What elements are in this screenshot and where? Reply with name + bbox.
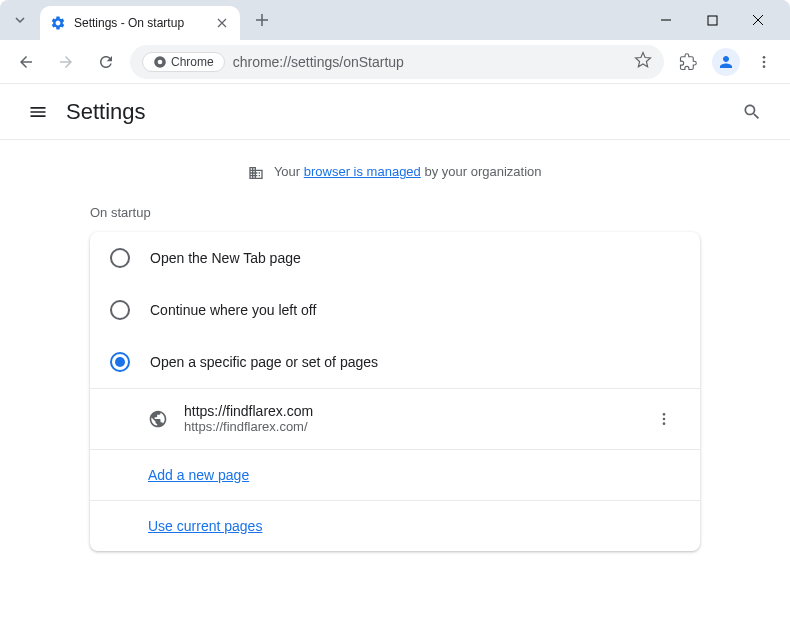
settings-content: Your browser is managed by your organiza… [0,140,790,567]
puzzle-icon [679,53,697,71]
forward-button[interactable] [50,46,82,78]
svg-point-7 [663,417,666,420]
startup-page-row: https://findflarex.com https://findflare… [90,388,700,449]
option-specific-pages[interactable]: Open a specific page or set of pages [90,336,700,388]
page-info: https://findflarex.com https://findflare… [184,403,632,434]
page-name: https://findflarex.com [184,403,632,419]
new-tab-button[interactable] [248,6,276,34]
svg-point-2 [158,59,163,64]
tab-search-button[interactable] [8,8,32,32]
person-icon [717,53,735,71]
svg-point-8 [663,422,666,425]
arrow-left-icon [17,53,35,71]
chip-label: Chrome [171,55,214,69]
settings-menu-button[interactable] [20,94,56,130]
tab-close-button[interactable] [214,15,230,31]
use-current-link[interactable]: Use current pages [148,518,262,534]
profile-button[interactable] [712,48,740,76]
option-specific-label: Open a specific page or set of pages [150,354,378,370]
radio-icon [110,248,130,268]
option-new-tab[interactable]: Open the New Tab page [90,232,700,284]
svg-point-3 [763,56,766,59]
radio-icon [110,300,130,320]
search-icon [742,102,762,122]
reload-icon [97,53,115,71]
url-text: chrome://settings/onStartup [233,54,626,70]
more-vertical-icon [656,411,672,427]
option-new-tab-label: Open the New Tab page [150,250,301,266]
window-titlebar: Settings - On startup [0,0,790,40]
add-page-link[interactable]: Add a new page [148,467,249,483]
window-controls [652,6,782,34]
extensions-button[interactable] [672,46,704,78]
building-icon [248,165,264,181]
managed-notice: Your browser is managed by your organiza… [0,156,790,189]
tab-title: Settings - On startup [74,16,214,30]
browser-tab[interactable]: Settings - On startup [40,6,240,40]
section-title: On startup [0,189,790,232]
svg-rect-0 [708,16,717,25]
star-icon [634,51,652,69]
arrow-right-icon [57,53,75,71]
minimize-button[interactable] [652,6,680,34]
svg-point-5 [763,65,766,68]
settings-title: Settings [66,99,146,125]
site-chip[interactable]: Chrome [142,52,225,72]
minimize-icon [660,14,672,26]
managed-suffix: by your organization [421,164,542,179]
bookmark-button[interactable] [634,51,652,73]
use-current-row: Use current pages [90,500,700,551]
option-continue[interactable]: Continue where you left off [90,284,700,336]
browser-toolbar: Chrome chrome://settings/onStartup [0,40,790,84]
page-more-button[interactable] [648,403,680,435]
back-button[interactable] [10,46,42,78]
address-bar[interactable]: Chrome chrome://settings/onStartup [130,45,664,79]
more-vertical-icon [756,54,772,70]
settings-gear-icon [50,15,66,31]
globe-icon [148,409,168,429]
maximize-icon [707,15,718,26]
managed-link[interactable]: browser is managed [304,164,421,179]
option-continue-label: Continue where you left off [150,302,316,318]
chevron-down-icon [14,14,26,26]
menu-button[interactable] [748,46,780,78]
search-settings-button[interactable] [734,94,770,130]
hamburger-icon [28,102,48,122]
settings-header: Settings [0,84,790,140]
managed-prefix: Your [274,164,304,179]
svg-point-6 [663,413,666,416]
plus-icon [255,13,269,27]
maximize-button[interactable] [698,6,726,34]
svg-point-4 [763,60,766,63]
chrome-logo-icon [153,55,167,69]
close-icon [752,14,764,26]
startup-options-card: Open the New Tab page Continue where you… [90,232,700,551]
add-page-row: Add a new page [90,449,700,500]
close-icon [217,18,227,28]
reload-button[interactable] [90,46,122,78]
page-url: https://findflarex.com/ [184,419,632,434]
radio-checked-icon [110,352,130,372]
close-window-button[interactable] [744,6,772,34]
